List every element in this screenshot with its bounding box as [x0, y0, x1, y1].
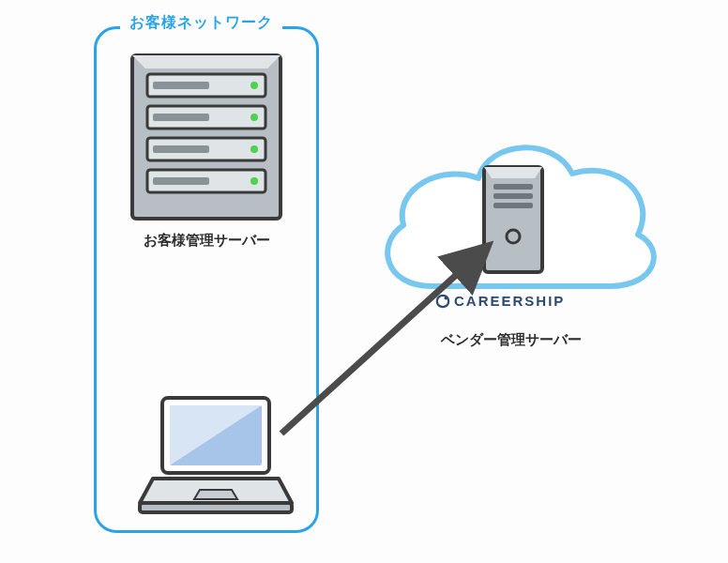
svg-rect-12: [153, 177, 209, 185]
svg-point-7: [250, 114, 258, 121]
brand-text: CAREERSHIP: [454, 293, 565, 309]
circle-c-icon: [435, 294, 450, 309]
laptop-icon: [136, 392, 296, 524]
svg-marker-15: [484, 167, 542, 178]
careership-brand: CAREERSHIP: [435, 293, 565, 309]
svg-rect-18: [493, 203, 533, 208]
server-tower-icon: [480, 163, 546, 280]
svg-rect-3: [153, 82, 209, 89]
svg-marker-1: [132, 55, 281, 68]
customer-network-title: お客様ネットワーク: [120, 13, 282, 33]
svg-rect-9: [153, 145, 209, 153]
svg-point-10: [250, 145, 258, 153]
svg-rect-16: [493, 184, 533, 190]
svg-rect-6: [153, 114, 209, 121]
svg-point-4: [250, 82, 258, 89]
svg-rect-14: [484, 167, 542, 272]
vendor-server-label: ベンダー管理サーバー: [417, 331, 605, 349]
svg-point-21: [445, 296, 448, 299]
svg-point-13: [250, 177, 258, 185]
customer-server-label: お客様管理サーバー: [122, 232, 291, 250]
svg-rect-17: [493, 193, 533, 199]
diagram-stage: お客様ネットワーク: [0, 0, 728, 563]
svg-rect-25: [140, 503, 292, 512]
server-rack-icon: [127, 52, 286, 222]
